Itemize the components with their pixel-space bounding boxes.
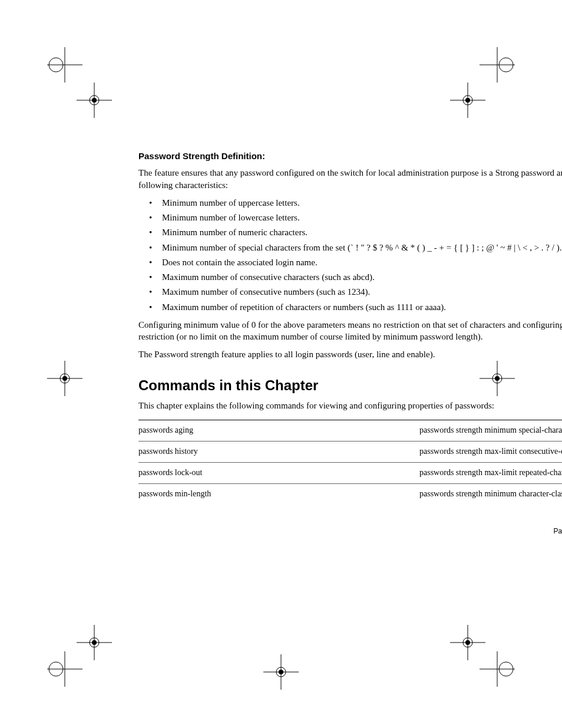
table-row: passwords min-length passwords strength … [138,483,562,504]
register-mark-icon [450,83,485,118]
list-item: Maximum number of consecutive characters… [138,271,562,283]
command-link[interactable]: passwords history [138,442,419,463]
register-mark-icon [480,47,515,83]
table-row: passwords history passwords strength max… [138,442,562,463]
command-link[interactable]: passwords lock-out [138,462,419,483]
table-row: passwords aging passwords strength minim… [138,420,562,442]
section-intro: This chapter explains the following comm… [138,400,562,411]
subheading: Password Strength Definition: [138,150,562,162]
command-link[interactable]: passwords strength max-limit consecutive… [419,442,562,463]
list-item: Minimum number of lowercase letters. [138,212,562,223]
register-mark-icon [263,654,299,690]
svg-point-29 [92,640,97,645]
footer-title: Password Management Commands [553,527,562,535]
command-link[interactable]: passwords strength max-limit repeated-ch… [419,462,562,483]
body-paragraph: The Password strength feature applies to… [138,348,562,360]
section-heading: Commands in this Chapter [138,376,562,395]
body-paragraph: Configuring minimum value of 0 for the a… [138,319,562,343]
table-row: passwords lock-out passwords strength ma… [138,462,562,483]
feature-bullet-list: Minimum number of uppercase letters. Min… [138,197,562,313]
register-mark-icon [47,361,82,396]
svg-point-7 [92,98,97,103]
svg-point-18 [62,376,67,381]
intro-paragraph: The feature ensures that any password co… [138,167,562,191]
list-item: Minimum number of uppercase letters. [138,197,562,209]
svg-point-40 [465,640,470,645]
list-item: Maximum number of repetition of characte… [138,301,562,313]
page-content: Password Strength Definition: The featur… [138,150,562,505]
commands-table: passwords aging passwords strength minim… [138,420,562,505]
list-item: Minimum number of numeric characters. [138,226,562,238]
list-item: Does not contain the associated login na… [138,256,562,268]
register-mark-icon [450,625,485,660]
list-item: Maximum number of consecutive numbers (s… [138,286,562,298]
list-item: Minimum number of special characters fro… [138,242,562,253]
command-link[interactable]: passwords aging [138,420,419,442]
command-link[interactable]: passwords min-length [138,483,419,504]
register-mark-icon [47,47,82,83]
svg-point-14 [465,98,470,103]
register-mark-icon [77,83,112,118]
command-link[interactable]: passwords strength minimum special-chara… [419,420,562,442]
svg-point-33 [279,670,283,674]
register-mark-icon [77,625,112,660]
command-link[interactable]: passwords strength minimum character-cla… [419,483,562,504]
page-footer: Password Management Commands 1391 [412,525,562,536]
